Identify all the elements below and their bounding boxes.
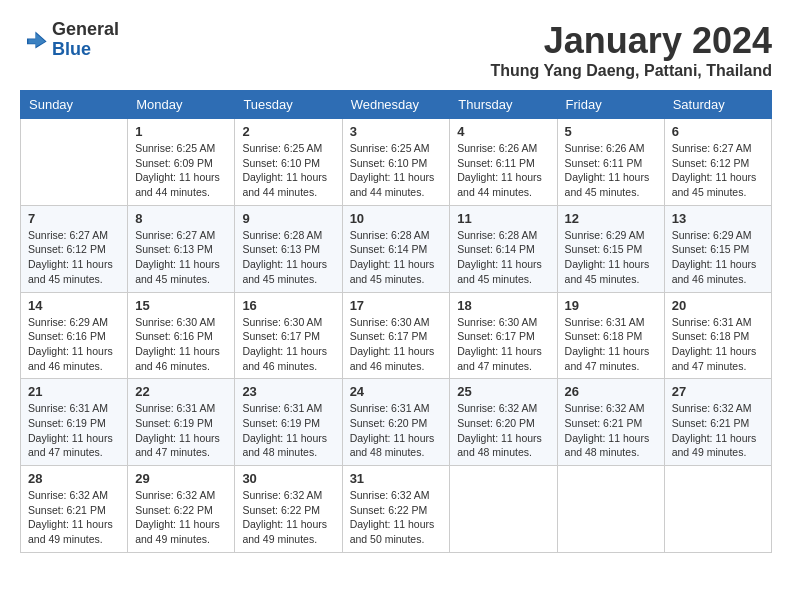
- day-number: 6: [672, 124, 764, 139]
- day-info: Sunrise: 6:29 AM Sunset: 6:16 PM Dayligh…: [28, 315, 120, 374]
- svg-marker-1: [28, 33, 45, 47]
- day-number: 11: [457, 211, 549, 226]
- calendar-header-row: SundayMondayTuesdayWednesdayThursdayFrid…: [21, 91, 772, 119]
- page-header: General Blue January 2024 Thung Yang Dae…: [20, 20, 772, 80]
- day-number: 27: [672, 384, 764, 399]
- calendar-cell: 4Sunrise: 6:26 AM Sunset: 6:11 PM Daylig…: [450, 119, 557, 206]
- day-number: 14: [28, 298, 120, 313]
- calendar-cell: 17Sunrise: 6:30 AM Sunset: 6:17 PM Dayli…: [342, 292, 450, 379]
- calendar-cell: 13Sunrise: 6:29 AM Sunset: 6:15 PM Dayli…: [664, 205, 771, 292]
- week-row-2: 7Sunrise: 6:27 AM Sunset: 6:12 PM Daylig…: [21, 205, 772, 292]
- day-info: Sunrise: 6:25 AM Sunset: 6:09 PM Dayligh…: [135, 141, 227, 200]
- day-number: 12: [565, 211, 657, 226]
- calendar-cell: 2Sunrise: 6:25 AM Sunset: 6:10 PM Daylig…: [235, 119, 342, 206]
- col-header-thursday: Thursday: [450, 91, 557, 119]
- col-header-sunday: Sunday: [21, 91, 128, 119]
- day-number: 4: [457, 124, 549, 139]
- day-number: 8: [135, 211, 227, 226]
- day-info: Sunrise: 6:31 AM Sunset: 6:18 PM Dayligh…: [672, 315, 764, 374]
- day-number: 1: [135, 124, 227, 139]
- day-number: 15: [135, 298, 227, 313]
- day-info: Sunrise: 6:28 AM Sunset: 6:14 PM Dayligh…: [350, 228, 443, 287]
- day-number: 13: [672, 211, 764, 226]
- logo-general-text: General: [52, 20, 119, 40]
- calendar-cell: 16Sunrise: 6:30 AM Sunset: 6:17 PM Dayli…: [235, 292, 342, 379]
- calendar-cell: [557, 466, 664, 553]
- calendar-cell: 11Sunrise: 6:28 AM Sunset: 6:14 PM Dayli…: [450, 205, 557, 292]
- day-number: 3: [350, 124, 443, 139]
- calendar-cell: 3Sunrise: 6:25 AM Sunset: 6:10 PM Daylig…: [342, 119, 450, 206]
- day-info: Sunrise: 6:32 AM Sunset: 6:20 PM Dayligh…: [457, 401, 549, 460]
- day-number: 10: [350, 211, 443, 226]
- calendar-cell: 9Sunrise: 6:28 AM Sunset: 6:13 PM Daylig…: [235, 205, 342, 292]
- day-info: Sunrise: 6:32 AM Sunset: 6:22 PM Dayligh…: [350, 488, 443, 547]
- day-info: Sunrise: 6:28 AM Sunset: 6:14 PM Dayligh…: [457, 228, 549, 287]
- location-title: Thung Yang Daeng, Pattani, Thailand: [490, 62, 772, 80]
- day-number: 19: [565, 298, 657, 313]
- calendar-cell: 31Sunrise: 6:32 AM Sunset: 6:22 PM Dayli…: [342, 466, 450, 553]
- calendar-cell: 10Sunrise: 6:28 AM Sunset: 6:14 PM Dayli…: [342, 205, 450, 292]
- day-number: 20: [672, 298, 764, 313]
- col-header-friday: Friday: [557, 91, 664, 119]
- calendar-cell: 15Sunrise: 6:30 AM Sunset: 6:16 PM Dayli…: [128, 292, 235, 379]
- day-info: Sunrise: 6:31 AM Sunset: 6:19 PM Dayligh…: [135, 401, 227, 460]
- day-info: Sunrise: 6:29 AM Sunset: 6:15 PM Dayligh…: [565, 228, 657, 287]
- calendar-cell: 7Sunrise: 6:27 AM Sunset: 6:12 PM Daylig…: [21, 205, 128, 292]
- day-number: 26: [565, 384, 657, 399]
- col-header-tuesday: Tuesday: [235, 91, 342, 119]
- logo-blue-text: Blue: [52, 40, 119, 60]
- day-info: Sunrise: 6:30 AM Sunset: 6:17 PM Dayligh…: [457, 315, 549, 374]
- day-info: Sunrise: 6:30 AM Sunset: 6:17 PM Dayligh…: [242, 315, 334, 374]
- day-number: 30: [242, 471, 334, 486]
- day-info: Sunrise: 6:31 AM Sunset: 6:19 PM Dayligh…: [242, 401, 334, 460]
- calendar-cell: 21Sunrise: 6:31 AM Sunset: 6:19 PM Dayli…: [21, 379, 128, 466]
- calendar-table: SundayMondayTuesdayWednesdayThursdayFrid…: [20, 90, 772, 553]
- day-number: 5: [565, 124, 657, 139]
- day-info: Sunrise: 6:30 AM Sunset: 6:17 PM Dayligh…: [350, 315, 443, 374]
- day-info: Sunrise: 6:25 AM Sunset: 6:10 PM Dayligh…: [242, 141, 334, 200]
- day-info: Sunrise: 6:26 AM Sunset: 6:11 PM Dayligh…: [457, 141, 549, 200]
- calendar-cell: 22Sunrise: 6:31 AM Sunset: 6:19 PM Dayli…: [128, 379, 235, 466]
- day-info: Sunrise: 6:32 AM Sunset: 6:22 PM Dayligh…: [135, 488, 227, 547]
- day-number: 2: [242, 124, 334, 139]
- day-number: 16: [242, 298, 334, 313]
- calendar-cell: 19Sunrise: 6:31 AM Sunset: 6:18 PM Dayli…: [557, 292, 664, 379]
- day-number: 28: [28, 471, 120, 486]
- day-number: 24: [350, 384, 443, 399]
- calendar-cell: 24Sunrise: 6:31 AM Sunset: 6:20 PM Dayli…: [342, 379, 450, 466]
- calendar-cell: [664, 466, 771, 553]
- calendar-cell: 27Sunrise: 6:32 AM Sunset: 6:21 PM Dayli…: [664, 379, 771, 466]
- calendar-cell: 8Sunrise: 6:27 AM Sunset: 6:13 PM Daylig…: [128, 205, 235, 292]
- day-info: Sunrise: 6:27 AM Sunset: 6:13 PM Dayligh…: [135, 228, 227, 287]
- logo-icon: [20, 26, 48, 54]
- week-row-5: 28Sunrise: 6:32 AM Sunset: 6:21 PM Dayli…: [21, 466, 772, 553]
- day-info: Sunrise: 6:32 AM Sunset: 6:21 PM Dayligh…: [565, 401, 657, 460]
- calendar-cell: 6Sunrise: 6:27 AM Sunset: 6:12 PM Daylig…: [664, 119, 771, 206]
- day-info: Sunrise: 6:29 AM Sunset: 6:15 PM Dayligh…: [672, 228, 764, 287]
- week-row-4: 21Sunrise: 6:31 AM Sunset: 6:19 PM Dayli…: [21, 379, 772, 466]
- week-row-1: 1Sunrise: 6:25 AM Sunset: 6:09 PM Daylig…: [21, 119, 772, 206]
- col-header-wednesday: Wednesday: [342, 91, 450, 119]
- calendar-cell: 18Sunrise: 6:30 AM Sunset: 6:17 PM Dayli…: [450, 292, 557, 379]
- day-number: 7: [28, 211, 120, 226]
- day-info: Sunrise: 6:31 AM Sunset: 6:18 PM Dayligh…: [565, 315, 657, 374]
- calendar-cell: 25Sunrise: 6:32 AM Sunset: 6:20 PM Dayli…: [450, 379, 557, 466]
- calendar-cell: 5Sunrise: 6:26 AM Sunset: 6:11 PM Daylig…: [557, 119, 664, 206]
- day-info: Sunrise: 6:27 AM Sunset: 6:12 PM Dayligh…: [28, 228, 120, 287]
- day-number: 22: [135, 384, 227, 399]
- day-number: 25: [457, 384, 549, 399]
- day-info: Sunrise: 6:32 AM Sunset: 6:21 PM Dayligh…: [672, 401, 764, 460]
- calendar-cell: 12Sunrise: 6:29 AM Sunset: 6:15 PM Dayli…: [557, 205, 664, 292]
- calendar-cell: 1Sunrise: 6:25 AM Sunset: 6:09 PM Daylig…: [128, 119, 235, 206]
- calendar-cell: 14Sunrise: 6:29 AM Sunset: 6:16 PM Dayli…: [21, 292, 128, 379]
- day-info: Sunrise: 6:32 AM Sunset: 6:21 PM Dayligh…: [28, 488, 120, 547]
- day-info: Sunrise: 6:28 AM Sunset: 6:13 PM Dayligh…: [242, 228, 334, 287]
- calendar-cell: 20Sunrise: 6:31 AM Sunset: 6:18 PM Dayli…: [664, 292, 771, 379]
- day-info: Sunrise: 6:25 AM Sunset: 6:10 PM Dayligh…: [350, 141, 443, 200]
- calendar-cell: 30Sunrise: 6:32 AM Sunset: 6:22 PM Dayli…: [235, 466, 342, 553]
- calendar-cell: 28Sunrise: 6:32 AM Sunset: 6:21 PM Dayli…: [21, 466, 128, 553]
- calendar-cell: 26Sunrise: 6:32 AM Sunset: 6:21 PM Dayli…: [557, 379, 664, 466]
- calendar-cell: [450, 466, 557, 553]
- week-row-3: 14Sunrise: 6:29 AM Sunset: 6:16 PM Dayli…: [21, 292, 772, 379]
- month-title: January 2024: [490, 20, 772, 62]
